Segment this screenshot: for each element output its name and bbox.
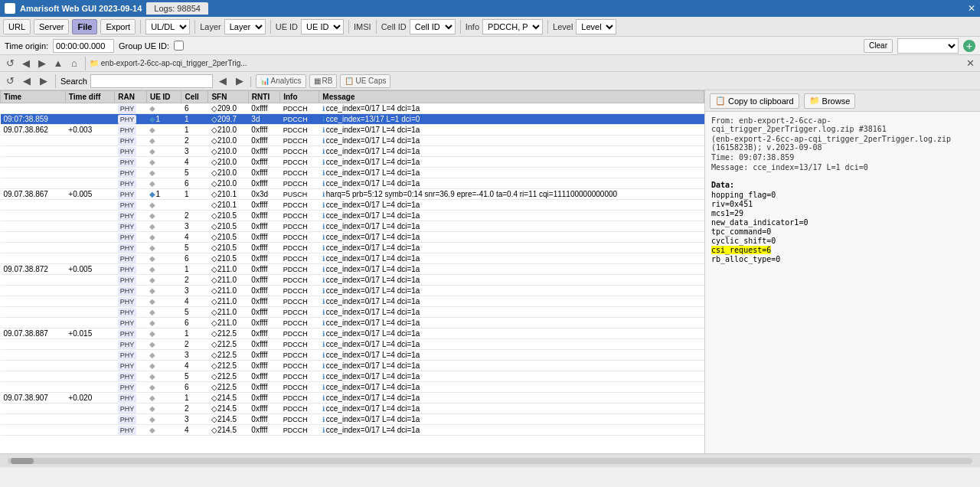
cell-sfn: ◇210.5: [208, 243, 248, 253]
cell-sfn: ◇211.0: [208, 296, 248, 307]
table-row[interactable]: PHY ◆ ◇210.1 0xffff PDCCH ℹcce_index=0/1…: [1, 200, 704, 211]
table-row[interactable]: PHY ◆ 5 ◇211.0 0xffff PDCCH ℹcce_index=0…: [1, 307, 704, 318]
close-btn[interactable]: ✕: [968, 3, 975, 14]
add-filter-button[interactable]: +: [963, 40, 975, 52]
table-row[interactable]: PHY ◆ 4 ◇212.5 0xffff PDCCH ℹcce_index=0…: [1, 361, 704, 371]
search-go-prev[interactable]: ◀: [216, 74, 230, 88]
nav-home-btn[interactable]: ⌂: [67, 57, 81, 70]
search-next-btn[interactable]: ▶: [37, 74, 51, 88]
cell-ueid: ◆: [146, 286, 181, 296]
cell-sfn: ◇212.5: [208, 361, 248, 371]
rb-label: RB: [322, 77, 333, 85]
cell-time: [1, 296, 66, 307]
group-ue-id-checkbox[interactable]: [174, 41, 184, 51]
analytics-btn[interactable]: 📊 Analytics: [256, 74, 306, 88]
nav-up-btn[interactable]: ▲: [51, 57, 65, 70]
browse-btn[interactable]: 📁 Browse: [804, 93, 856, 109]
server-btn[interactable]: Server: [34, 19, 69, 34]
search-go-next[interactable]: ▶: [233, 74, 247, 88]
table-row[interactable]: 09.07.38.867 +0.005 PHY ◆1 1 ◇210.1 0x3d…: [1, 189, 704, 200]
table-row[interactable]: PHY ◆ 6 ◇209.0 0xffff PDCCH ℹcce_index=0…: [1, 103, 704, 114]
table-row[interactable]: PHY ◆ 2 ◇210.0 0xffff PDCCH ℹcce_index=0…: [1, 136, 704, 146]
ue-caps-btn[interactable]: 📋 UE Caps: [340, 74, 390, 88]
ue-id-select[interactable]: UE ID: [301, 19, 344, 34]
log-table-body: PHY ◆ 6 ◇209.0 0xffff PDCCH ℹcce_index=0…: [1, 103, 704, 436]
scrollbar-thumb[interactable]: [11, 458, 34, 464]
cell-cell: 3: [181, 221, 208, 232]
cell-rnti: 0xffff: [248, 178, 279, 189]
table-row[interactable]: PHY ◆ 2 ◇210.5 0xffff PDCCH ℹcce_index=0…: [1, 211, 704, 221]
cell-ueid: ◆: [146, 404, 181, 414]
table-row[interactable]: 09:07:38.859 PHY ◆1 1 ◇209.7 3d PDCCH ℹc…: [1, 114, 704, 125]
table-row[interactable]: PHY ◆ 5 ◇210.0 0xffff PDCCH ℹcce_index=0…: [1, 168, 704, 178]
table-row[interactable]: PHY ◆ 5 ◇212.5 0xffff PDCCH ℹcce_index=0…: [1, 371, 704, 382]
cell-message: ℹcce_index=0/17 L=4 dci=1a: [319, 125, 704, 136]
table-row[interactable]: PHY ◆ 4 ◇211.0 0xffff PDCCH ℹcce_index=0…: [1, 296, 704, 307]
table-row[interactable]: PHY ◆ 3 ◇212.5 0xffff PDCCH ℹcce_index=0…: [1, 350, 704, 361]
table-row[interactable]: PHY ◆ 2 ◇211.0 0xffff PDCCH ℹcce_index=0…: [1, 275, 704, 286]
cell-timediff: [65, 243, 115, 253]
table-row[interactable]: 09.07.38.862 +0.003 PHY ◆ 1 ◇210.0 0xfff…: [1, 125, 704, 136]
level-select[interactable]: Level: [576, 19, 616, 34]
cell-ueid: ◆: [146, 350, 181, 361]
table-row[interactable]: PHY ◆ 2 ◇214.5 0xffff PDCCH ℹcce_index=0…: [1, 404, 704, 414]
layer-select[interactable]: Layer: [224, 19, 266, 34]
nav-separator: [85, 57, 86, 70]
search-refresh-btn[interactable]: ↺: [3, 74, 17, 88]
cell-rnti: 0xffff: [248, 425, 279, 436]
table-row[interactable]: PHY ◆ 6 ◇212.5 0xffff PDCCH ℹcce_index=0…: [1, 382, 704, 393]
nav-refresh-btn[interactable]: ↺: [3, 57, 17, 70]
nav-back-btn[interactable]: ◀: [19, 57, 33, 70]
table-row[interactable]: PHY ◆ 6 ◇210.0 0xffff PDCCH ℹcce_index=0…: [1, 178, 704, 189]
time-line: Time: 09:07:38.859: [711, 153, 974, 162]
url-btn[interactable]: URL: [3, 19, 31, 34]
table-row[interactable]: PHY ◆ 6 ◇210.5 0xffff PDCCH ℹcce_index=0…: [1, 253, 704, 264]
rb-btn[interactable]: ▦ RB: [309, 74, 338, 88]
table-row[interactable]: 09.07.38.907 +0.020 PHY ◆ 1 ◇214.5 0xfff…: [1, 393, 704, 404]
cell-time: [1, 404, 66, 414]
cell-cell: 1: [181, 264, 208, 275]
table-row[interactable]: PHY ◆ 3 ◇211.0 0xffff PDCCH ℹcce_index=0…: [1, 286, 704, 296]
export-btn[interactable]: Export: [100, 19, 136, 34]
table-row[interactable]: PHY ◆ 4 ◇214.5 0xffff PDCCH ℹcce_index=0…: [1, 425, 704, 436]
table-row[interactable]: 09.07.38.887 +0.015 PHY ◆ 1 ◇212.5 0xfff…: [1, 328, 704, 339]
nav-forward-btn[interactable]: ▶: [35, 57, 49, 70]
cell-ran: PHY: [115, 168, 147, 178]
table-row[interactable]: 09.07.38.872 +0.005 PHY ◆ 1 ◇211.0 0xfff…: [1, 264, 704, 275]
cell-ran: PHY: [115, 296, 147, 307]
cell-sfn: ◇211.0: [208, 275, 248, 286]
file-btn[interactable]: File: [72, 19, 97, 34]
search-input[interactable]: [90, 74, 213, 88]
search-prev-btn[interactable]: ◀: [20, 74, 34, 88]
table-row[interactable]: PHY ◆ 3 ◇210.5 0xffff PDCCH ℹcce_index=0…: [1, 221, 704, 232]
filter-select[interactable]: [897, 38, 959, 54]
cell-ueid: ◆: [146, 232, 181, 243]
table-row[interactable]: PHY ◆ 4 ◇210.0 0xffff PDCCH ℹcce_index=0…: [1, 157, 704, 168]
mode-select[interactable]: UL/DL UL DL: [145, 19, 190, 34]
table-row[interactable]: PHY ◆ 5 ◇210.5 0xffff PDCCH ℹcce_index=0…: [1, 243, 704, 253]
cell-timediff: [65, 232, 115, 243]
cell-message: ℹcce_index=0/17 L=4 dci=1a: [319, 307, 704, 318]
cell-time: [1, 178, 66, 189]
cell-time: [1, 414, 66, 425]
nav-close-btn[interactable]: ✕: [963, 57, 977, 70]
table-row[interactable]: PHY ◆ 4 ◇210.5 0xffff PDCCH ℹcce_index=0…: [1, 232, 704, 243]
cell-sfn: ◇210.0: [208, 168, 248, 178]
right-panel-toolbar: 📋 Copy to clipboard 📁 Browse: [705, 90, 980, 112]
clear-button[interactable]: Clear: [864, 39, 893, 53]
table-row[interactable]: PHY ◆ 6 ◇211.0 0xffff PDCCH ℹcce_index=0…: [1, 318, 704, 328]
table-row[interactable]: PHY ◆ 3 ◇214.5 0xffff PDCCH ℹcce_index=0…: [1, 414, 704, 425]
table-row[interactable]: PHY ◆ 2 ◇212.5 0xffff PDCCH ℹcce_index=0…: [1, 339, 704, 350]
cell-id-select[interactable]: Cell ID: [410, 19, 456, 34]
nav-bar: ↺ ◀ ▶ ▲ ⌂ 📁 enb-export-2-6cc-ap-cqi_trig…: [0, 55, 980, 72]
copy-to-clipboard-btn[interactable]: 📋 Copy to clipboard: [710, 93, 799, 109]
info-select[interactable]: PDCCH, P All PDCCH PUSCH: [482, 19, 543, 34]
time-origin-input[interactable]: [53, 39, 114, 53]
scrollbar-track[interactable]: [8, 458, 972, 464]
cell-message: ℹcce_index=0/17 L=4 dci=1a: [319, 253, 704, 264]
log-table-container[interactable]: Time Time diff RAN UE ID Cell SFN RNTI I…: [0, 90, 704, 453]
tab-logs[interactable]: Logs: 98854: [146, 2, 208, 15]
cell-rnti: 0x3d: [248, 189, 279, 200]
table-row[interactable]: PHY ◆ 3 ◇210.0 0xffff PDCCH ℹcce_index=0…: [1, 146, 704, 157]
cell-cell: 2: [181, 339, 208, 350]
